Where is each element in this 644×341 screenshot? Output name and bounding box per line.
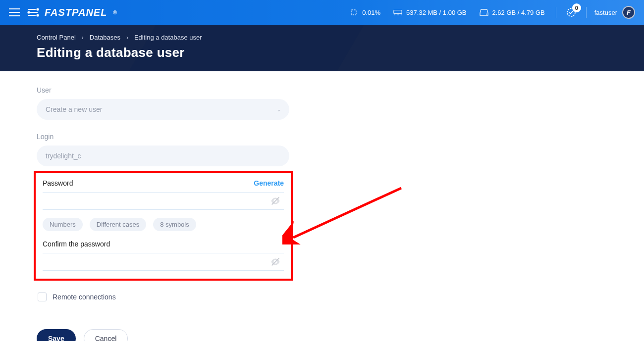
eye-off-icon[interactable]	[270, 256, 281, 267]
remote-connections-label: Remote connections	[53, 293, 116, 301]
subheader: Control Panel › Databases › Editing a da…	[0, 25, 644, 71]
menu-toggle-icon[interactable]	[9, 8, 20, 16]
username: fastuser	[594, 9, 617, 16]
svg-rect-4	[394, 10, 402, 14]
svg-point-1	[28, 11, 29, 13]
save-button[interactable]: Save	[37, 329, 76, 341]
brand-glyph-icon	[27, 7, 40, 17]
cpu-stat[interactable]: 0.01%	[346, 9, 383, 16]
password-highlight-box: Password Generate Numbers Different case…	[34, 171, 293, 281]
chip-numbers: Numbers	[43, 218, 83, 231]
breadcrumb-item[interactable]: Control Panel	[37, 34, 76, 41]
notifications-badge: 0	[572, 3, 581, 12]
svg-rect-3	[351, 10, 356, 15]
avatar: F	[622, 6, 635, 19]
chevron-right-icon: ›	[82, 34, 84, 41]
login-label: Login	[37, 133, 289, 141]
password-input[interactable]	[43, 192, 284, 210]
brand-mark: ®	[113, 10, 117, 15]
ram-icon	[393, 9, 402, 16]
remote-connections-row: Remote connections	[37, 292, 289, 301]
brand-text: FASTPANEL	[45, 7, 107, 18]
user-menu[interactable]: fastuser F	[594, 6, 635, 19]
chevron-down-icon: ⌄	[276, 106, 281, 113]
disk-icon	[480, 9, 488, 16]
disk-stat[interactable]: 2.62 GB / 4.79 GB	[477, 9, 548, 16]
chip-cases: Different cases	[90, 218, 146, 231]
page-title: Editing a database user	[37, 45, 607, 60]
svg-line-7	[293, 188, 401, 238]
confirm-password-label: Confirm the password	[43, 240, 284, 248]
ram-value: 537.32 MB / 1.00 GB	[406, 9, 466, 16]
brand-logo[interactable]: FASTPANEL ®	[27, 7, 117, 18]
svg-point-5	[486, 14, 487, 15]
topbar: FASTPANEL ® 0.01% 537.32 MB / 1.00 GB 2.…	[0, 0, 644, 25]
confirm-password-input[interactable]	[43, 253, 284, 271]
user-select[interactable]: Create a new user ⌄	[37, 99, 289, 120]
cpu-value: 0.01%	[362, 9, 380, 16]
cancel-button[interactable]: Cancel	[84, 329, 128, 341]
user-label: User	[37, 86, 289, 94]
separator	[586, 7, 587, 18]
separator	[556, 7, 556, 18]
ram-stat[interactable]: 537.32 MB / 1.00 GB	[390, 9, 469, 16]
disk-value: 2.62 GB / 4.79 GB	[492, 9, 545, 16]
remote-connections-checkbox[interactable]	[38, 292, 47, 301]
svg-point-2	[37, 14, 38, 16]
breadcrumb-item[interactable]: Databases	[90, 34, 120, 41]
chevron-right-icon: ›	[126, 34, 128, 41]
chip-length: 8 symbols	[153, 218, 196, 231]
notifications-button[interactable]: 0	[564, 5, 578, 19]
annotation-arrow	[282, 185, 411, 244]
user-select-placeholder: Create a new user	[46, 105, 102, 113]
password-hints: Numbers Different cases 8 symbols	[43, 218, 284, 231]
breadcrumb: Control Panel › Databases › Editing a da…	[37, 34, 607, 41]
password-label: Password	[43, 179, 73, 187]
form: User Create a new user ⌄ Login trydeligh…	[37, 86, 289, 341]
eye-off-icon[interactable]	[270, 195, 281, 206]
svg-point-0	[37, 8, 38, 10]
login-value: trydelight_c	[46, 152, 81, 160]
generate-password-link[interactable]: Generate	[254, 179, 284, 187]
login-input[interactable]: trydelight_c	[37, 146, 289, 166]
breadcrumb-current: Editing a database user	[134, 34, 202, 41]
cpu-icon	[349, 9, 358, 16]
